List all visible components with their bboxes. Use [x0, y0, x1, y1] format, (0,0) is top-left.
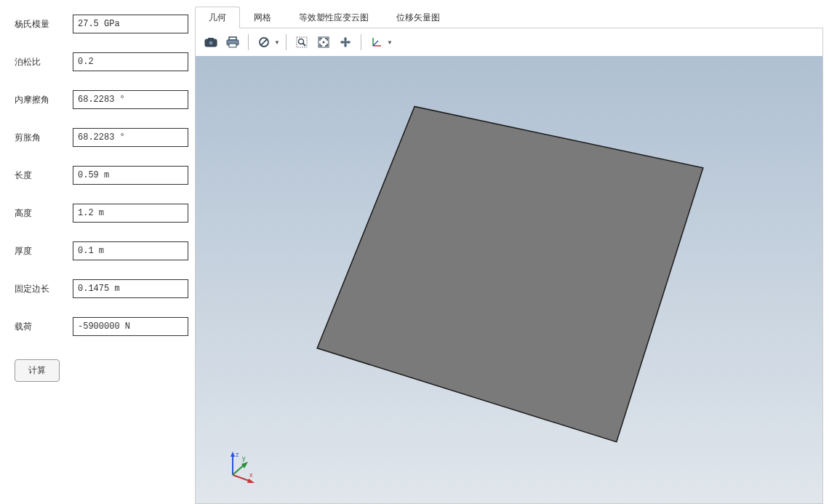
- calculate-button[interactable]: 计算: [15, 359, 60, 382]
- svg-rect-1: [208, 38, 214, 40]
- svg-marker-22: [241, 462, 248, 468]
- axis-x-label: x: [249, 471, 253, 479]
- parameter-panel: 杨氏模量 泊松比 内摩擦角 剪胀角 长度 高度 厚度 固定边长 载荷 计算: [0, 0, 195, 504]
- no-symbol-icon[interactable]: [255, 33, 273, 52]
- load-input[interactable]: [73, 317, 188, 336]
- field-label: 厚度: [15, 245, 73, 257]
- dilation-angle-input[interactable]: [73, 128, 188, 147]
- thickness-input[interactable]: [73, 241, 188, 260]
- geometry-plate: [196, 56, 822, 503]
- field-fixed-edge: 固定边长: [15, 279, 180, 298]
- viewport-toolbar: ▼ ▼: [196, 28, 822, 56]
- length-input[interactable]: [73, 166, 188, 185]
- svg-point-9: [298, 39, 303, 44]
- svg-line-7: [261, 39, 267, 45]
- field-friction-angle: 内摩擦角: [15, 90, 180, 109]
- visualization-panel: 几何 网格 等效塑性应变云图 位移矢量图 ▼: [195, 0, 829, 504]
- axis-triad: z x y: [222, 449, 258, 486]
- svg-line-10: [303, 44, 305, 47]
- height-input[interactable]: [73, 204, 188, 223]
- toolbar-separator: [286, 34, 287, 50]
- youngs-modulus-input[interactable]: [73, 15, 188, 33]
- tab-content: ▼ ▼: [195, 28, 823, 504]
- axis-z-label: z: [236, 451, 239, 458]
- field-label: 高度: [15, 207, 73, 220]
- chevron-down-icon: ▼: [274, 39, 280, 46]
- svg-point-2: [209, 41, 213, 45]
- svg-line-15: [373, 41, 378, 46]
- chevron-down-icon: ▼: [387, 39, 393, 46]
- tab-mesh[interactable]: 网格: [240, 7, 285, 28]
- toolbar-separator: [361, 34, 361, 50]
- field-height: 高度: [15, 204, 180, 223]
- axes-icon[interactable]: [367, 33, 386, 52]
- poisson-ratio-input[interactable]: [73, 52, 188, 71]
- tab-displacement[interactable]: 位移矢量图: [383, 7, 454, 28]
- zoom-box-icon[interactable]: [292, 33, 311, 52]
- field-thickness: 厚度: [15, 241, 180, 260]
- toolbar-separator: [248, 34, 249, 50]
- camera-icon[interactable]: [201, 33, 220, 52]
- fixed-edge-input[interactable]: [73, 279, 188, 298]
- field-label: 长度: [15, 169, 73, 182]
- tab-bar: 几何 网格 等效塑性应变云图 位移矢量图: [195, 6, 823, 28]
- field-label: 内摩擦角: [15, 94, 73, 106]
- tab-plastic-strain[interactable]: 等效塑性应变云图: [285, 7, 383, 28]
- field-load: 载荷: [15, 317, 180, 336]
- svg-marker-16: [317, 106, 703, 441]
- field-poisson-ratio: 泊松比: [15, 52, 180, 71]
- field-label: 剪胀角: [15, 132, 73, 144]
- svg-marker-20: [247, 479, 255, 483]
- svg-rect-5: [229, 44, 236, 47]
- svg-marker-18: [231, 452, 235, 457]
- svg-rect-3: [229, 37, 236, 40]
- field-youngs-modulus: 杨氏模量: [15, 15, 180, 33]
- tab-geometry[interactable]: 几何: [195, 7, 240, 28]
- field-label: 固定边长: [15, 283, 73, 295]
- field-length: 长度: [15, 166, 180, 185]
- field-dilation-angle: 剪胀角: [15, 128, 180, 147]
- svg-point-12: [322, 41, 324, 44]
- field-label: 载荷: [15, 321, 73, 333]
- no-symbol-dropdown[interactable]: ▼: [255, 33, 280, 52]
- friction-angle-input[interactable]: [73, 90, 188, 109]
- field-label: 泊松比: [15, 56, 73, 68]
- print-icon[interactable]: [223, 33, 242, 52]
- field-label: 杨氏模量: [15, 18, 73, 31]
- axis-y-label: y: [242, 455, 246, 462]
- axes-dropdown[interactable]: ▼: [367, 33, 393, 52]
- pan-icon[interactable]: [336, 33, 355, 52]
- 3d-viewport[interactable]: z x y: [196, 56, 822, 503]
- zoom-fit-icon[interactable]: [314, 33, 333, 52]
